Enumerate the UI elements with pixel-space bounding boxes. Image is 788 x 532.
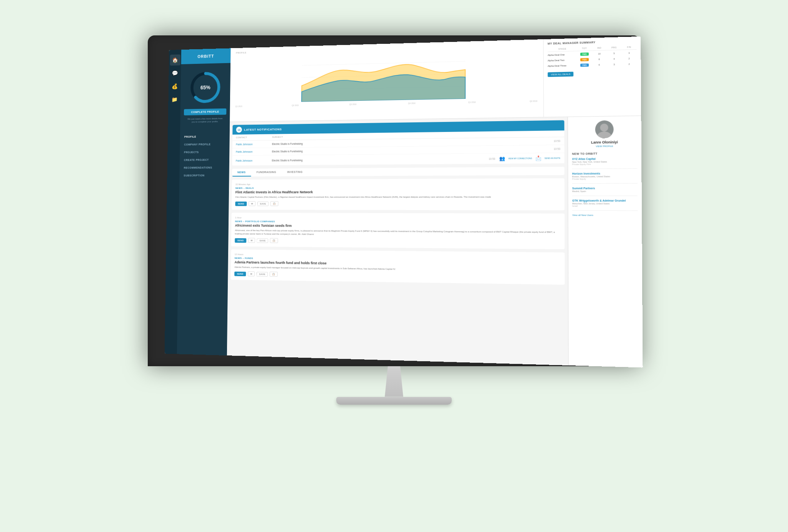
money-icon[interactable]: 💰 — [169, 80, 180, 92]
company-name-2[interactable]: Horizon Investments — [572, 172, 638, 175]
company-name-1[interactable]: XYZ Atlas Capital — [572, 157, 638, 160]
sidebar-logo: ORBITT — [181, 48, 231, 64]
main-content: PROFILE Q1 2015 — [227, 36, 643, 367]
send-invite-label[interactable]: SEND AN INVITE — [544, 157, 560, 159]
notif-contact-2[interactable]: Patrik Johnsson — [236, 150, 272, 153]
news-category-2: NEWS – PORTFOLIO COMPANIES — [235, 220, 561, 223]
news-item-2: 1 Hour NEWS – PORTFOLIO COMPANIES Africi… — [231, 213, 565, 249]
progress-circle: 65% — [189, 70, 222, 104]
svg-line-2 — [302, 61, 466, 65]
company-name-4[interactable]: GTK Wriggelsworth & Adelmar Grundel — [572, 199, 638, 202]
notif-col-contact: CONTACT — [236, 136, 272, 138]
news-title-1: Flint Atlantic Invests in Africa Healthc… — [235, 190, 561, 194]
complete-profile-button[interactable]: COMPLETE PROFILE — [184, 108, 227, 115]
company-name-3[interactable]: Summit Partners — [572, 187, 638, 190]
news-save-3[interactable]: SAVE — [257, 272, 268, 276]
tab-news[interactable]: NEWS — [232, 168, 251, 177]
monitor-base — [336, 397, 452, 405]
view-connections-label[interactable]: VIEW MY CONNECTIONS — [508, 157, 532, 160]
notif-time-3: 10:53 — [476, 157, 495, 160]
x-label-2: Q2 2015 — [292, 104, 299, 106]
notif-time-1: 10:53 — [540, 139, 560, 142]
chat-icon[interactable]: 💬 — [170, 67, 180, 78]
view-all-new-button[interactable]: View all New Users — [572, 214, 638, 217]
news-send-1[interactable]: SEND — [235, 201, 247, 206]
monitor-outer: 🏠 💬 💰 📁 ORBITT 65% — [148, 35, 640, 366]
notif-count: 13 — [236, 127, 242, 133]
badge-1: YES — [580, 52, 589, 56]
badge-2: YES — [580, 58, 589, 61]
chart-area: PROFILE Q1 2015 — [230, 39, 543, 122]
news-bookmark-2[interactable]: 📋 — [270, 238, 278, 243]
user-avatar — [595, 120, 614, 138]
new-to-orbit-heading: NEW TO ORBITT — [572, 152, 637, 155]
view-connections-icon[interactable]: 👥 — [499, 155, 505, 161]
monitor-screen: 🏠 💬 💰 📁 ORBITT 65% — [165, 36, 643, 367]
view-all-deals-button[interactable]: VIEW ALL DEALS — [548, 72, 573, 77]
sidebar: ORBITT 65% COMPLETE PROFILE We just need… — [177, 48, 231, 355]
news-send-3[interactable]: SEND — [234, 271, 246, 276]
news-email-3[interactable]: ✉ — [248, 271, 255, 276]
news-body-1: Flint Atlantic Capital Partners (Flint A… — [235, 195, 561, 199]
tab-fundraising[interactable]: FUNDRAISING — [251, 168, 282, 176]
x-label-6: Q2 2016 — [530, 100, 538, 102]
col-prg: PRG — [607, 46, 622, 48]
x-label-1: Q1 2015 — [235, 105, 242, 107]
notif-title: LATEST NOTIFICATIONS — [244, 127, 282, 131]
folder-icon[interactable]: 📁 — [169, 93, 180, 105]
news-email-2[interactable]: ✉ — [248, 238, 255, 243]
nav-projects[interactable]: PROJECTS — [180, 148, 229, 156]
news-send-2[interactable]: SEND — [235, 238, 246, 242]
tab-investing[interactable]: INVESTING — [282, 168, 308, 176]
deal-row-3: Alpha Deal Three YES 6 3 2 — [548, 62, 636, 68]
nav-recommendations[interactable]: RECOMMENDATIONS — [180, 163, 229, 172]
orbit-company-4: GTK Wriggelsworth & Adelmar Grundel Metu… — [572, 199, 638, 210]
profile-hint: We just need a few more details from you… — [184, 117, 227, 123]
company-loc-3: Madrid, Spain — [572, 190, 638, 192]
right-panel: Lanre Oloniniyi VIEW PROFILE NEW TO ORBI… — [568, 116, 643, 367]
top-section: PROFILE Q1 2015 — [230, 36, 641, 122]
deal-name-3: Alpha Deal Three — [548, 64, 577, 67]
deal-name-2: Alpha Deal Two — [548, 58, 577, 62]
area-chart — [235, 47, 538, 103]
nav-create-project[interactable]: CREATE PROJECT — [180, 155, 229, 163]
company-type-4: Israel — [572, 205, 638, 207]
notif-contact-3[interactable]: Patrik Johnsson — [236, 159, 272, 162]
deal-manager-title: MY DEAL MANAGER SUMMARY — [548, 40, 636, 45]
notif-contact-1[interactable]: Patrik Johnsson — [236, 142, 272, 145]
news-bookmark-1[interactable]: 📋 — [270, 201, 278, 206]
send-invite-icon[interactable]: 📩 — [535, 155, 541, 161]
view-profile-link[interactable]: VIEW PROFILE — [572, 145, 637, 148]
deal-badge-2: YES — [577, 58, 592, 61]
news-save-2[interactable]: SAVE — [257, 238, 269, 243]
logo-text: ORBITT — [197, 53, 214, 58]
x-label-5: Q1 2016 — [468, 101, 476, 103]
news-time-1: 22 Minutes Ago — [235, 182, 561, 185]
news-category-1: NEWS – DEALS — [235, 186, 561, 189]
nav-subscription[interactable]: SUBSCRIPTION — [179, 171, 229, 179]
notif-subject-3: Electric Studio is Fundraising — [272, 157, 476, 162]
deal-badge-1: YES — [577, 52, 592, 56]
svg-point-5 — [600, 123, 608, 132]
company-type-1: Private Equity Firm — [572, 163, 638, 165]
orbit-company-2: Horizon Investments Boston, Massachusett… — [572, 172, 638, 183]
news-item-3: 12 Hours NEWS – FUNDS Adenia Partners la… — [231, 249, 565, 285]
badge-3: YES — [580, 63, 589, 67]
progress-percent: 65% — [200, 84, 210, 90]
deal-row-1: Alpha Deal One YES 10 5 3 — [548, 51, 636, 57]
news-bookmark-3[interactable]: 📋 — [270, 272, 277, 277]
orbit-company-1: XYZ Atlas Capital New York, New York, Un… — [572, 157, 638, 169]
deal-row-2: Alpha Deal Two YES 8 4 2 — [548, 57, 636, 62]
nav-company-profile[interactable]: COMPANY PROFILE — [180, 140, 230, 148]
notif-time-2: 10:53 — [540, 147, 560, 150]
x-label-4: Q4 2016 — [408, 102, 416, 104]
news-save-1[interactable]: SAVE — [257, 201, 269, 206]
nav-profile[interactable]: PROFILE — [180, 132, 230, 140]
notif-action-group: 👥 VIEW MY CONNECTIONS 📩 SEND AN INVITE — [499, 155, 560, 161]
col-ind: IND — [592, 46, 607, 49]
home-icon[interactable]: 🏠 — [170, 54, 180, 65]
news-actions-1: SEND ✉ SAVE 📋 — [235, 201, 560, 206]
deal-name-1: Alpha Deal One — [548, 53, 577, 56]
col-tot: TOT — [577, 47, 592, 49]
news-email-1[interactable]: ✉ — [249, 201, 255, 206]
